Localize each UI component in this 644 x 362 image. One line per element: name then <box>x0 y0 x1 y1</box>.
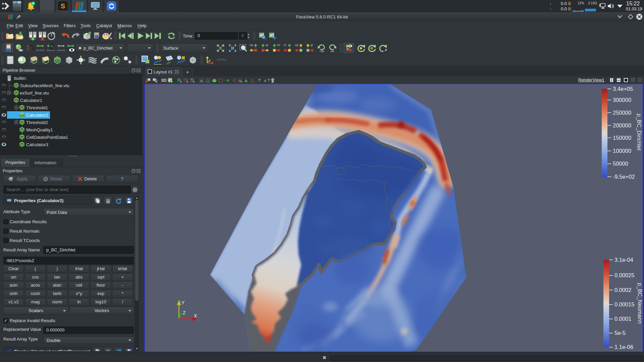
svg-text:-Z: -Z <box>310 44 313 47</box>
svg-text:100000: 100000 <box>613 148 631 154</box>
svg-text:Z: Z <box>183 310 186 315</box>
svg-text:150000: 150000 <box>613 135 631 141</box>
svg-text:+Z: +Z <box>294 44 298 47</box>
svg-text:0.00015: 0.00015 <box>614 301 635 307</box>
svg-text:3.1e-04: 3.1e-04 <box>614 257 633 263</box>
svg-text:p_BC_Neumann: p_BC_Neumann <box>637 283 643 324</box>
svg-text:0.00025: 0.00025 <box>614 272 635 278</box>
svg-text:p_BC_Dirichlet: p_BC_Dirichlet <box>636 114 642 150</box>
svg-text:-X: -X <box>265 44 268 47</box>
svg-text:-9.5e+02: -9.5e+02 <box>613 174 635 180</box>
svg-text:5e-5: 5e-5 <box>614 330 626 336</box>
svg-text:-Y: -Y <box>283 44 286 47</box>
svg-text:-90: -90 <box>330 50 334 53</box>
svg-text:200000: 200000 <box>613 122 631 128</box>
svg-text:250000: 250000 <box>613 110 631 116</box>
svg-text:Y: Y <box>181 300 185 305</box>
svg-text:0.0001: 0.0001 <box>614 316 631 322</box>
svg-text:+X: +X <box>249 44 253 47</box>
svg-text:1.1e-06: 1.1e-06 <box>614 344 633 350</box>
svg-text:+90: +90 <box>319 50 324 53</box>
svg-text:300000: 300000 <box>613 97 631 103</box>
svg-text:0.0002: 0.0002 <box>614 287 631 293</box>
svg-text:3.4e+05: 3.4e+05 <box>613 86 633 92</box>
svg-text:+Y: +Y <box>276 44 280 47</box>
svg-text:X: X <box>194 313 197 318</box>
svg-text:50000: 50000 <box>613 161 628 167</box>
